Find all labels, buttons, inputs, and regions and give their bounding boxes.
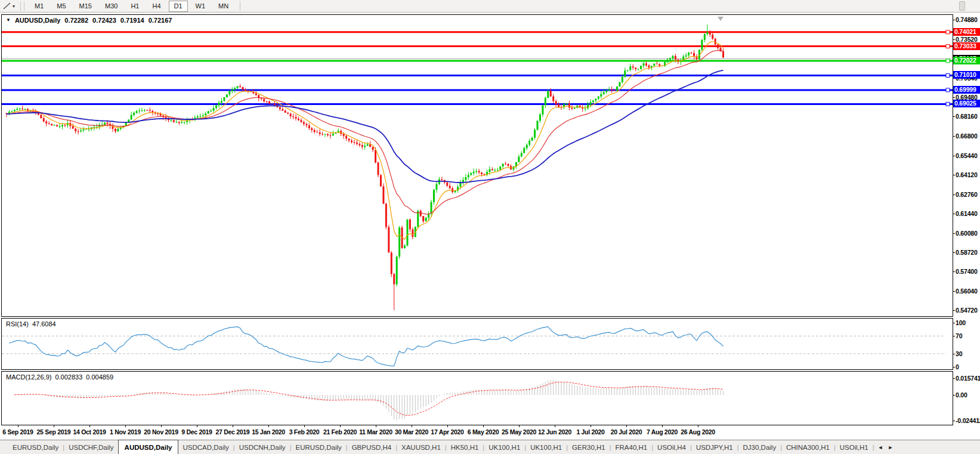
rsi-panel: RSI(14) 47.6084 — [1, 318, 953, 370]
timeframe-buttons: M1M5M15M30H1H4D1W1MN — [28, 0, 235, 13]
tab-ger30-h1[interactable]: GER30,H1 — [568, 440, 610, 454]
timeframe-toolbar: ▾ M1M5M15M30H1H4D1W1MN — [0, 0, 980, 13]
tab-china300-h1[interactable]: CHINA300,H1 — [782, 440, 834, 454]
main-chart-panel: ▼ AUDUSD,Daily 0.72282 0.72423 0.71914 0… — [1, 14, 953, 317]
tab-usdchf-daily[interactable]: USDCHF,Daily — [64, 440, 118, 454]
tab-eurusd-daily[interactable]: EURUSD,Daily — [8, 440, 63, 454]
macd-chart[interactable] — [2, 372, 953, 425]
chart-tabbar: EURUSD,Daily|USDCHF,DailyAUDUSD,DailyUSD… — [0, 440, 980, 454]
macd-main-value: 0.002833 — [55, 373, 82, 381]
level-price-label: 0.72022 — [953, 57, 980, 64]
date-label: 11 Mar 2020 — [359, 428, 392, 436]
date-label: 25 May 2020 — [502, 428, 536, 436]
tab-hk50-h1[interactable]: HK50,H1 — [447, 440, 483, 454]
rsi-tick: 70 — [956, 332, 962, 339]
tab-uk100-h1[interactable]: UK100,H1 — [526, 440, 566, 454]
price-tick-tick — [953, 20, 955, 20]
price-tick-tick — [953, 194, 955, 195]
toolbar-handle[interactable] — [959, 1, 965, 11]
price-tick-tick — [953, 116, 955, 117]
rsi-tick-tick — [953, 367, 955, 367]
date-tick — [555, 425, 555, 427]
tab-usoil-h4[interactable]: USOil,H4 — [653, 440, 690, 454]
tab-usoil-h1[interactable]: USOil,H1 — [836, 440, 873, 454]
price-tick-tick — [953, 136, 955, 137]
date-tick — [233, 425, 233, 427]
date-tick — [18, 425, 18, 427]
price-tick: 0.66800 — [956, 132, 978, 140]
price-tick: 0.61440 — [956, 210, 978, 217]
diagonal-line-icon — [3, 2, 11, 10]
tab-uk100-h1[interactable]: UK100,H1 — [484, 440, 524, 454]
price-tick-tick — [953, 233, 955, 234]
horizontal-level-lines[interactable] — [2, 30, 953, 106]
rsi-tick: 30 — [956, 350, 962, 357]
date-label: 14 Oct 2019 — [73, 428, 106, 436]
timeframe-m5[interactable]: M5 — [51, 1, 71, 12]
tab-scroll-left-icon[interactable]: ◄ — [878, 444, 883, 450]
price-tick-tick — [953, 291, 955, 292]
tab-audusd-daily[interactable]: AUDUSD,Daily — [118, 440, 179, 454]
timeframe-m1[interactable]: M1 — [29, 1, 49, 12]
date-label: 21 Feb 2020 — [323, 428, 357, 436]
price-tick: 0.56040 — [956, 288, 978, 295]
date-tick — [197, 425, 197, 427]
tab-gbpusd-h4[interactable]: GBPUSD,H4 — [348, 440, 395, 454]
macd-name: MACD(12,26,9) — [6, 373, 51, 381]
date-label: 1 Nov 2019 — [110, 428, 141, 436]
price-tick-tick — [953, 271, 955, 272]
date-label: 12 Jun 2020 — [538, 428, 571, 436]
price-tick: 0.68160 — [956, 113, 978, 120]
toolbar-separator — [240, 1, 240, 11]
tab-eurusd-daily[interactable]: EURUSD,Daily — [291, 440, 345, 454]
price-tick: 0.74880 — [956, 16, 978, 23]
timeframe-d1[interactable]: D1 — [169, 1, 188, 12]
macd-label: MACD(12,26,9) 0.002833 0.004859 — [6, 373, 113, 381]
timeframe-w1[interactable]: W1 — [190, 1, 211, 12]
price-tick: 0.65440 — [956, 152, 978, 159]
macd-tick: -0.024412 — [956, 417, 980, 424]
date-tick — [376, 425, 376, 427]
timeframe-h4[interactable]: H4 — [147, 1, 166, 12]
timeframe-mn[interactable]: MN — [213, 1, 234, 12]
tab-usdcnh-daily[interactable]: USDCNH,Daily — [235, 440, 290, 454]
date-label: 17 Apr 2020 — [431, 428, 463, 436]
date-label: 25 Sep 2019 — [37, 428, 71, 436]
trendline-tool-icon[interactable]: ▾ — [0, 1, 18, 11]
date-tick — [89, 425, 90, 427]
rsi-tick-tick — [953, 354, 955, 354]
tab-xauusd-h1[interactable]: XAUUSD,H1 — [397, 440, 445, 454]
chart-shift-marker[interactable] — [718, 17, 724, 21]
date-label: 20 Jul 2020 — [611, 428, 642, 436]
toolbar-grip[interactable] — [20, 2, 24, 11]
date-axis[interactable]: 6 Sep 201925 Sep 201914 Oct 20191 Nov 20… — [0, 425, 980, 440]
tab-dj30-daily[interactable]: DJ30,Daily — [739, 440, 781, 454]
rsi-tick-tick — [953, 336, 955, 336]
date-label: 20 Nov 2019 — [144, 428, 178, 436]
price-tick-tick — [953, 310, 955, 311]
date-tick — [54, 425, 54, 427]
timeframe-h1[interactable]: H1 — [125, 1, 144, 12]
rsi-line — [9, 327, 723, 366]
tab-scroll-right-icon[interactable]: ► — [888, 444, 893, 450]
rsi-chart[interactable] — [2, 319, 953, 369]
timeframe-m15[interactable]: M15 — [74, 1, 97, 12]
price-axis[interactable]: 0.748800.735200.721600.708400.694800.681… — [953, 14, 980, 425]
date-tick — [626, 425, 627, 427]
level-price-label: 0.69999 — [953, 86, 980, 94]
rsi-tick: 0 — [956, 363, 959, 370]
candlestick-chart[interactable] — [2, 15, 953, 316]
price-tick-tick — [953, 39, 955, 40]
timeframe-m30[interactable]: M30 — [100, 1, 123, 12]
macd-signal-value: 0.004859 — [86, 373, 113, 381]
tab-fra40-h1[interactable]: FRA40,H1 — [611, 440, 652, 454]
tab-usdcad-daily[interactable]: USDCAD,Daily — [178, 440, 233, 454]
date-tick — [125, 425, 126, 427]
tab-usdjpy-h1[interactable]: USDJPY,H1 — [692, 440, 737, 454]
level-price-label: 0.71010 — [953, 71, 980, 79]
ohlc-low: 0.71914 — [120, 17, 144, 24]
rsi-tick-tick — [953, 323, 955, 323]
date-tick — [412, 425, 412, 427]
chart-header-collapse-icon[interactable]: ▼ — [6, 17, 11, 23]
macd-tick-tick — [953, 395, 955, 396]
